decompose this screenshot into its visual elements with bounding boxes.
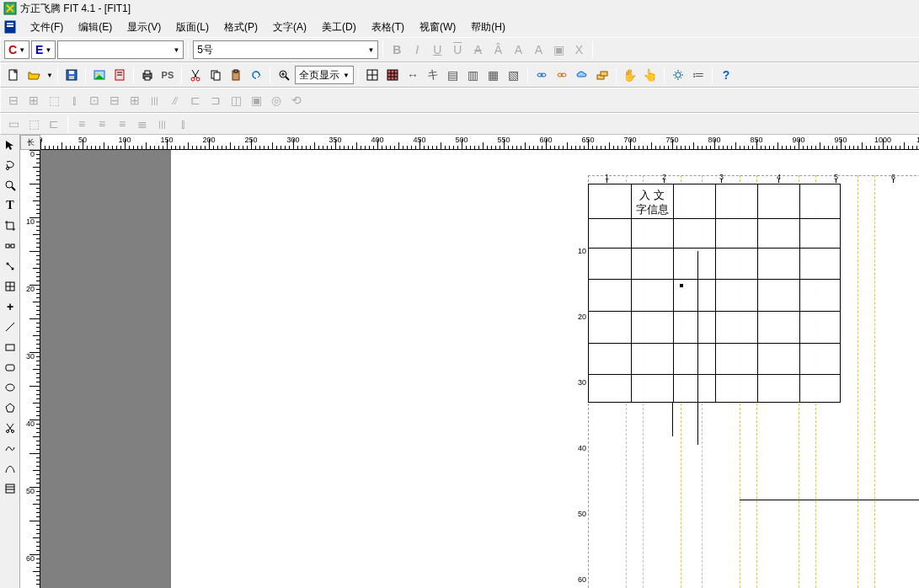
print-button[interactable] — [138, 66, 157, 84]
help-button[interactable]: ? — [717, 66, 735, 84]
clear-fmt-button[interactable]: X — [569, 40, 588, 59]
font-size-select[interactable]: 5号▼ — [193, 40, 378, 59]
bezier-tool[interactable] — [1, 459, 19, 478]
polygon-tool[interactable] — [1, 398, 19, 417]
lasso-tool[interactable] — [1, 156, 19, 174]
cols1-button[interactable]: ▤ — [444, 66, 462, 84]
undo-button[interactable] — [247, 66, 265, 84]
crop-tool[interactable] — [1, 216, 19, 235]
node-tool[interactable] — [1, 257, 19, 275]
align-left[interactable]: ≡ — [72, 115, 91, 133]
save-button[interactable] — [62, 66, 81, 84]
grid-b-button[interactable] — [383, 66, 402, 84]
table-box[interactable]: 入 文 字信息 — [588, 184, 841, 403]
hand-b-button[interactable]: 👆 — [641, 66, 660, 84]
line-tool[interactable] — [1, 318, 19, 336]
paste-button[interactable] — [227, 66, 245, 84]
dist-4[interactable]: ⫿ — [65, 91, 83, 110]
settings-button[interactable]: ≔ — [689, 66, 708, 84]
hand-a-button[interactable]: ✋ — [621, 66, 639, 84]
hatch-tool[interactable] — [1, 479, 19, 498]
dist-13[interactable]: ▣ — [247, 91, 265, 110]
cols4-button[interactable]: ▧ — [505, 66, 523, 84]
dagger-button[interactable]: キ — [424, 66, 442, 84]
e-lang-button[interactable]: E▼ — [31, 40, 56, 59]
strike-button[interactable]: A — [468, 40, 487, 59]
align-2[interactable]: ⬚ — [24, 115, 43, 133]
ruler-corner[interactable]: 长 — [20, 135, 40, 150]
stack-button[interactable] — [593, 66, 612, 84]
align-3[interactable]: ⊏ — [45, 115, 63, 133]
ellipse-tool[interactable] — [1, 378, 19, 397]
zoom-in-button[interactable] — [275, 66, 293, 84]
plus-tool[interactable]: + — [1, 297, 19, 316]
c-lang-button[interactable]: C▼ — [4, 40, 29, 59]
import-text-button[interactable] — [110, 66, 129, 84]
cols3-button[interactable]: ▦ — [484, 66, 503, 84]
dist-14[interactable]: ◎ — [267, 91, 286, 110]
open-button[interactable] — [24, 66, 43, 84]
italic-button[interactable]: I — [408, 40, 426, 59]
dist-11[interactable]: ⊐ — [206, 91, 225, 110]
dist-3[interactable]: ⬚ — [45, 91, 63, 110]
align-justify[interactable]: ≣ — [133, 115, 152, 133]
zoom-tool[interactable] — [1, 176, 19, 195]
align-1[interactable]: ▭ — [4, 115, 23, 133]
rect-tool[interactable] — [1, 338, 19, 356]
curve-tool[interactable] — [1, 439, 19, 457]
dist-5[interactable]: ⊡ — [85, 91, 104, 110]
dist-6[interactable]: ⊟ — [105, 91, 124, 110]
link-b-button[interactable] — [553, 66, 571, 84]
copy-button[interactable] — [206, 66, 225, 84]
bold-button[interactable]: B — [387, 40, 406, 59]
text-tool[interactable]: T — [1, 196, 19, 215]
align-right[interactable]: ≡ — [113, 115, 131, 133]
ruler-horizontal[interactable]: 0501001502002503003504004505005506006507… — [40, 135, 919, 150]
menu-edit[interactable]: 编辑(E) — [72, 19, 119, 36]
cut-button[interactable] — [186, 66, 205, 84]
zoom-select[interactable]: 全页显示▼ — [295, 66, 354, 84]
align-spread[interactable]: ⫿ — [174, 115, 192, 133]
table-tool[interactable] — [1, 277, 19, 296]
dist-12[interactable]: ◫ — [227, 91, 245, 110]
roundrect-tool[interactable] — [1, 358, 19, 377]
menu-file[interactable]: 文件(F) — [24, 19, 70, 36]
link-tool[interactable] — [1, 237, 19, 255]
menu-window[interactable]: 视窗(W) — [413, 19, 462, 36]
overline-button[interactable]: U — [448, 40, 467, 59]
align-center[interactable]: ≡ — [93, 115, 111, 133]
open-dropdown[interactable]: ▼ — [46, 72, 53, 79]
dist-1[interactable]: ⊟ — [4, 91, 23, 110]
cols2-button[interactable]: ▥ — [464, 66, 483, 84]
menu-view[interactable]: 显示(V) — [120, 19, 168, 36]
link-a-button[interactable] — [532, 66, 551, 84]
dist-9[interactable]: ⫽ — [166, 91, 184, 110]
cloud-button[interactable] — [573, 66, 591, 84]
dist-10[interactable]: ⊏ — [186, 91, 205, 110]
menu-text[interactable]: 文字(A) — [266, 19, 313, 36]
menu-table[interactable]: 表格(T) — [365, 19, 411, 36]
dist-8[interactable]: ⫼ — [146, 91, 164, 110]
font-name-select[interactable]: ▼ — [57, 40, 184, 59]
menu-layout[interactable]: 版面(L) — [169, 19, 216, 36]
outline-button[interactable]: A — [509, 40, 527, 59]
scissors-tool[interactable] — [1, 419, 19, 437]
align-dist[interactable]: ⫼ — [153, 115, 172, 133]
dist-15[interactable]: ⟲ — [287, 91, 306, 110]
menu-help[interactable]: 帮助(H) — [464, 19, 512, 36]
pointer-tool[interactable] — [1, 136, 19, 154]
ruler-vertical[interactable]: 0102030405060 — [20, 150, 40, 588]
import-img-button[interactable] — [90, 66, 109, 84]
canvas[interactable]: 123456 入 文 — [40, 150, 919, 588]
menu-format[interactable]: 格式(P) — [217, 19, 264, 36]
accent-button[interactable]: Â — [489, 40, 507, 59]
grid-a-button[interactable] — [363, 66, 382, 84]
ps-button[interactable]: PS — [158, 66, 177, 84]
underline-button[interactable]: U — [428, 40, 446, 59]
shadow-button[interactable]: A — [529, 40, 548, 59]
arrow-cross-button[interactable]: ↔ — [403, 66, 422, 84]
dist-2[interactable]: ⊞ — [24, 91, 43, 110]
gear-button[interactable] — [669, 66, 687, 84]
box-a-button[interactable]: ▣ — [549, 40, 568, 59]
new-button[interactable] — [4, 66, 23, 84]
